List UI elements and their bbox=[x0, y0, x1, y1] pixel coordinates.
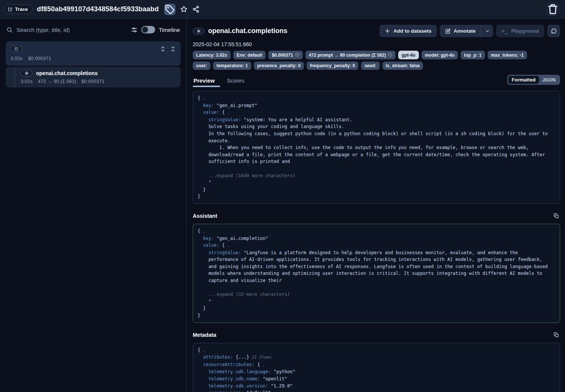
prompt-json-block: { ⌄ key: "gen_ai.prompt" value: { ⌄ stri… bbox=[193, 91, 560, 204]
star-button[interactable] bbox=[180, 6, 187, 13]
filter-settings-icon[interactable] bbox=[131, 27, 137, 33]
code-line: value: { ⌄ bbox=[198, 242, 555, 249]
trace-tree-sidebar: Timeline bbox=[0, 19, 187, 392]
code-line: and gaining insights into the effectiven… bbox=[198, 263, 555, 270]
code-line: 1. When you need to collect info, use th… bbox=[198, 144, 555, 151]
code-line: key: "gen_ai.completion" bbox=[198, 235, 555, 242]
playground-button[interactable]: >_ Playground bbox=[496, 25, 544, 37]
code-line: { ⌄ bbox=[198, 347, 555, 354]
info-icon[interactable]: ⓘ bbox=[388, 52, 393, 58]
expand-link[interactable]: ...expand (33 more characters) bbox=[198, 292, 290, 297]
delete-trace-button[interactable] bbox=[547, 3, 559, 15]
annotate-label: Annotate bbox=[454, 28, 476, 34]
playground-label: Playground bbox=[511, 28, 539, 34]
code-line: service.name: "default" bbox=[198, 389, 555, 392]
tab-preview[interactable]: Preview bbox=[193, 77, 220, 87]
copy-metadata-button[interactable] bbox=[552, 331, 560, 339]
code-line: { ⌄ bbox=[198, 95, 555, 102]
assistant-heading: Assistant bbox=[193, 213, 217, 219]
meta-badge: model: gpt-4o bbox=[421, 51, 458, 59]
observation-header: openai.chat.completions Add to datasets bbox=[193, 25, 560, 37]
meta-badge: gpt-4o bbox=[398, 51, 419, 59]
code-line: { ⌄ bbox=[198, 228, 555, 235]
search-icon bbox=[6, 27, 13, 33]
tag-button[interactable] bbox=[164, 4, 175, 15]
code-line: " bbox=[198, 179, 555, 186]
meta-badge: top_p: 1 bbox=[461, 51, 485, 59]
content-split: Timeline bbox=[0, 19, 565, 392]
timeline-toggle[interactable] bbox=[141, 26, 155, 33]
metadata-heading: Metadata bbox=[193, 332, 216, 338]
meta-badge: user: bbox=[193, 62, 210, 70]
plus-icon bbox=[385, 28, 390, 34]
code-line: stringValue: "Langfuse is a platform des… bbox=[198, 249, 555, 256]
badges-row-2: user:temperature: 1presence_penalty: 0fr… bbox=[193, 62, 560, 70]
collapse-chevron-icon[interactable]: ⌄ bbox=[225, 110, 229, 115]
openai-icon bbox=[24, 71, 29, 75]
fold-vertical-icon[interactable] bbox=[170, 46, 176, 52]
span-cost: $0.000371 bbox=[82, 78, 104, 84]
tree-guide-line bbox=[15, 67, 15, 87]
code-line: In the following cases, suggest python c… bbox=[198, 130, 555, 137]
code-line: ...expand (33 more characters) bbox=[198, 291, 555, 298]
star-icon bbox=[180, 6, 187, 13]
info-icon[interactable]: ⓘ bbox=[295, 52, 299, 58]
search-input[interactable] bbox=[17, 27, 127, 33]
pen-square-icon bbox=[445, 28, 451, 34]
meta-badge: max_tokens: -1 bbox=[488, 51, 527, 59]
trace-root-node[interactable]: 3.02s $0.000371 bbox=[6, 41, 181, 66]
code-line: } bbox=[198, 305, 555, 312]
expand-link[interactable]: ...expand (1649 more characters) bbox=[198, 173, 295, 178]
format-formatted[interactable]: Formatted bbox=[508, 76, 539, 84]
code-line: telemetry.sdk.version: "1.29.0" bbox=[198, 383, 555, 390]
trash-icon bbox=[547, 3, 559, 15]
code-line: telemetry.sdk.name: "openlit" bbox=[198, 375, 555, 383]
tab-scores[interactable]: Scores bbox=[226, 77, 250, 87]
trace-id: df850ab499107d4348584cf5933baabd bbox=[37, 5, 159, 13]
app-window: Trace df850ab499107d4348584cf5933baabd bbox=[0, 0, 565, 392]
code-line: " bbox=[198, 298, 555, 305]
observation-detail-panel: openai.chat.completions Add to datasets bbox=[187, 19, 565, 392]
copy-icon bbox=[553, 213, 559, 219]
collapse-chevron-icon[interactable]: ⌄ bbox=[225, 243, 229, 247]
format-json[interactable]: JSON bbox=[539, 76, 559, 84]
tab-list: Preview Scores bbox=[193, 77, 249, 87]
top-bar: Trace df850ab499107d4348584cf5933baabd bbox=[0, 0, 565, 19]
collapse-chevron-icon[interactable]: ⌄ bbox=[200, 96, 205, 100]
add-to-datasets-label: Add to datasets bbox=[393, 28, 431, 34]
collapse-chevron-icon[interactable]: ⌄ bbox=[200, 229, 205, 233]
add-to-datasets-button[interactable]: Add to datasets bbox=[379, 25, 437, 37]
unfold-vertical-icon[interactable] bbox=[160, 46, 166, 52]
share-icon bbox=[192, 6, 199, 13]
collapse-chevron-icon[interactable]: ⌄ bbox=[200, 348, 205, 352]
comment-bubble-icon bbox=[551, 28, 557, 34]
trace-type-label: Trace bbox=[15, 6, 28, 12]
annotate-split-button: Annotate bbox=[440, 25, 494, 37]
code-line: resourceAttributes: { ⌄ bbox=[198, 361, 555, 369]
timeline-label: Timeline bbox=[159, 27, 180, 33]
observation-timestamp: 2025-02-04 17:55:51.660 bbox=[193, 41, 560, 47]
code-line: stringValue: "system: You are a helpful … bbox=[198, 116, 555, 124]
span-node-selected[interactable]: openai.chat.completions 3.02s 472 → 90 (… bbox=[6, 67, 181, 87]
meta-badge: is_stream: false bbox=[382, 62, 423, 70]
comments-button[interactable] bbox=[547, 25, 560, 37]
trace-type-badge: Trace bbox=[4, 5, 33, 14]
assistant-section-head: Assistant bbox=[193, 212, 560, 220]
collapse-chevron-icon[interactable]: ⌄ bbox=[260, 363, 264, 367]
list-tree-icon bbox=[14, 47, 19, 51]
meta-badge: Env: default bbox=[233, 51, 266, 59]
badges-row-1: Latency: 3.02sEnv: default$0.000371ⓘ472 … bbox=[193, 51, 560, 59]
span-duration: 3.02s bbox=[21, 78, 33, 84]
trace-cost: $0.000371 bbox=[28, 56, 51, 61]
code-line: execute. bbox=[198, 137, 555, 145]
metadata-json-block: { ⌄ attributes: {...} 21 Items resourceA… bbox=[193, 343, 560, 392]
meta-badge: Latency: 3.02s bbox=[193, 51, 231, 59]
share-button[interactable] bbox=[192, 6, 199, 13]
code-line bbox=[198, 165, 555, 172]
annotate-button[interactable]: Annotate bbox=[440, 25, 481, 37]
copy-assistant-button[interactable] bbox=[552, 212, 560, 220]
meta-badge: 472 prompt → 90 completion (Σ 562)ⓘ bbox=[305, 51, 396, 59]
annotate-dropdown-button[interactable] bbox=[481, 25, 493, 37]
meta-badge: temperature: 1 bbox=[213, 62, 251, 70]
meta-badge: presence_penalty: 0 bbox=[254, 62, 304, 70]
